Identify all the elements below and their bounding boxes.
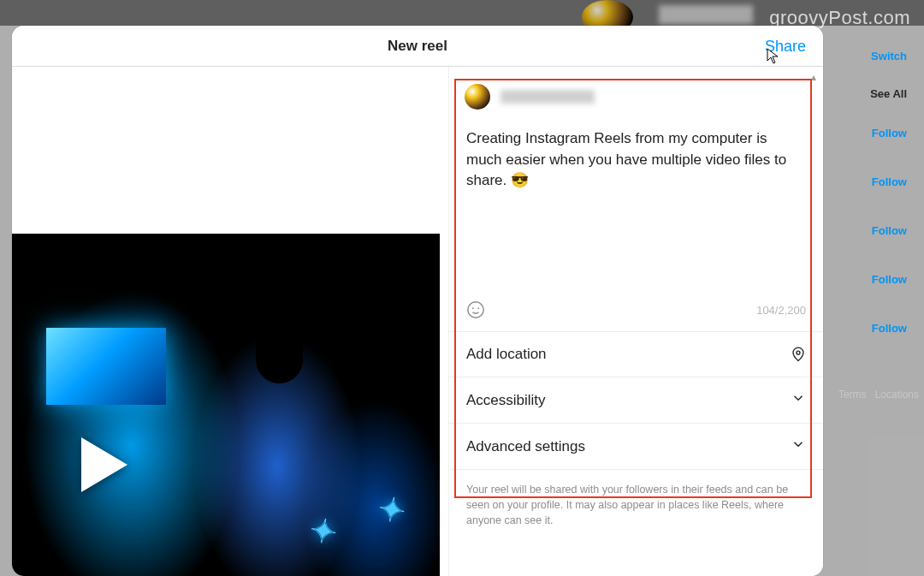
footer-terms[interactable]: Terms — [838, 389, 867, 401]
right-sidebar: Switch See All Follow Follow Follow Foll… — [821, 0, 924, 576]
stage-light: ✦ — [375, 490, 408, 531]
follow-link[interactable]: Follow — [872, 175, 907, 188]
stage-screen — [46, 328, 166, 405]
stage-prop — [256, 234, 303, 383]
footer-locations[interactable]: Locations — [875, 389, 919, 401]
follow-link[interactable]: Follow — [872, 127, 907, 140]
advanced-settings-row[interactable]: Advanced settings — [449, 423, 823, 469]
username-redacted — [659, 5, 753, 24]
svg-point-0 — [468, 302, 483, 318]
new-reel-modal: New reel Share ✦ ✦ — [12, 26, 823, 576]
add-location-label: Add location — [466, 346, 547, 363]
modal-title: New reel — [12, 38, 823, 55]
character-count: 104/2,200 — [756, 304, 806, 317]
emoji-picker-icon[interactable] — [466, 300, 485, 319]
svg-point-3 — [797, 351, 800, 354]
chevron-down-icon — [791, 436, 806, 456]
footer-links: Terms Locations — [838, 389, 919, 401]
username-redacted — [500, 90, 595, 104]
reel-disclosure-text: Your reel will be shared with your follo… — [449, 469, 823, 543]
see-all-link[interactable]: See All — [870, 87, 907, 100]
chevron-down-icon — [791, 390, 806, 410]
stage-light: ✦ — [306, 511, 340, 553]
video-preview-pane: ✦ ✦ — [12, 67, 448, 576]
follow-link[interactable]: Follow — [872, 273, 907, 286]
video-thumbnail[interactable]: ✦ ✦ — [12, 234, 440, 576]
details-pane: Creating Instagram Reels from my compute… — [448, 67, 823, 576]
add-location-row[interactable]: Add location — [449, 331, 823, 377]
share-button[interactable]: Share — [765, 26, 806, 67]
svg-point-2 — [477, 307, 479, 309]
follow-suggestions: Follow Follow Follow Follow Follow — [872, 127, 907, 335]
svg-point-1 — [472, 307, 474, 309]
follow-link[interactable]: Follow — [872, 224, 907, 237]
advanced-settings-label: Advanced settings — [466, 438, 585, 455]
scroll-up-icon[interactable] — [811, 68, 821, 79]
accessibility-label: Accessibility — [466, 392, 546, 409]
caption-textarea[interactable]: Creating Instagram Reels from my compute… — [449, 116, 823, 292]
caption-text: Creating Instagram Reels from my compute… — [466, 130, 786, 188]
switch-account-link[interactable]: Switch — [871, 50, 907, 62]
accessibility-row[interactable]: Accessibility — [449, 377, 823, 423]
location-pin-icon — [791, 345, 806, 364]
play-button[interactable] — [63, 426, 140, 503]
caption-footer: 104/2,200 — [449, 292, 823, 331]
modal-body: ✦ ✦ Creating Instagram Reels from my com… — [12, 67, 823, 576]
author-row — [449, 67, 823, 116]
avatar — [465, 84, 490, 110]
follow-link[interactable]: Follow — [872, 322, 907, 335]
stage-prop — [343, 234, 367, 336]
modal-header: New reel Share — [12, 26, 823, 67]
